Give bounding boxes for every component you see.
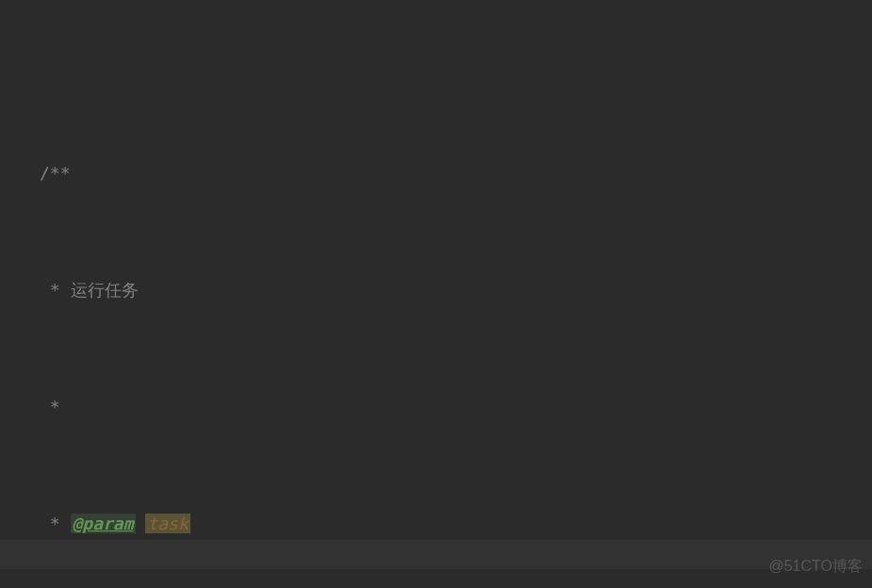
javadoc-param-name: task — [145, 514, 189, 533]
code-line: * — [40, 392, 872, 421]
javadoc-param-tag: @param — [71, 514, 136, 533]
code-line: * @param task — [40, 509, 872, 538]
javadoc-star: * — [40, 514, 71, 533]
javadoc-description: 运行任务 — [71, 280, 139, 300]
javadoc-open: /** — [40, 163, 71, 183]
current-line-highlight — [0, 540, 872, 569]
code-editor[interactable]: /** * 运行任务 * * @param task * @return */ … — [0, 0, 872, 588]
javadoc-star: * — [40, 280, 71, 300]
javadoc-star: * — [40, 397, 60, 416]
code-line: /** — [40, 158, 872, 188]
watermark: @51CTO博客 — [768, 551, 863, 580]
code-line: * 运行任务 — [40, 275, 872, 304]
code-block: /** * 运行任务 * * @param task * @return */ … — [0, 0, 872, 588]
